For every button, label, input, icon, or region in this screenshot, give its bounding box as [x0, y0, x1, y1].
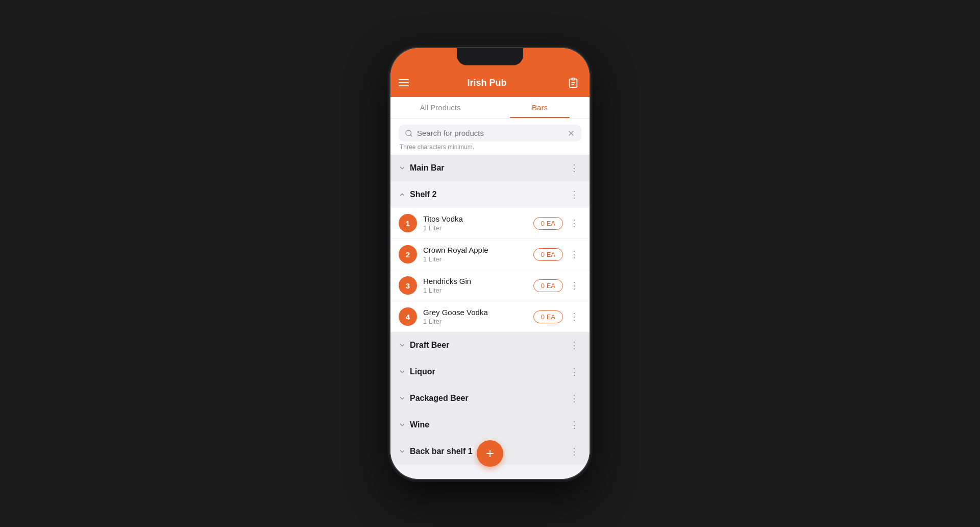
- product-info-3: Hendricks Gin 1 Liter: [423, 277, 527, 294]
- phone-frame: Irish Pub All Products Bars: [390, 48, 590, 479]
- section-wine-title: Wine: [410, 420, 429, 429]
- table-row: 1 Titos Vodka 1 Liter 0 EA ⋮: [390, 208, 590, 239]
- product-info-2: Crown Royal Apple 1 Liter: [423, 246, 527, 263]
- section-main-bar-title: Main Bar: [410, 163, 445, 173]
- qty-badge-1[interactable]: 0 EA: [533, 217, 563, 230]
- table-row: 2 Crown Royal Apple 1 Liter 0 EA ⋮: [390, 239, 590, 270]
- section-liquor-header[interactable]: Liquor ⋮: [390, 358, 590, 385]
- notch: [457, 48, 523, 65]
- search-input[interactable]: [417, 129, 563, 137]
- table-row: 4 Grey Goose Vodka 1 Liter 0 EA ⋮: [390, 301, 590, 332]
- product-number-1: 1: [399, 214, 417, 232]
- app-header: Irish Pub: [390, 70, 590, 97]
- qty-badge-4[interactable]: 0 EA: [533, 310, 563, 323]
- chevron-down-icon: [399, 368, 406, 375]
- product-number-4: 4: [399, 307, 417, 326]
- product-list-shelf-2: 1 Titos Vodka 1 Liter 0 EA ⋮ 2: [390, 208, 590, 332]
- product-number-3: 3: [399, 276, 417, 295]
- add-button[interactable]: +: [477, 440, 503, 467]
- product-number-2: 2: [399, 245, 417, 264]
- section-shelf-2: Shelf 2 ⋮ 1 Titos Vodka 1 Liter 0 EA: [390, 181, 590, 332]
- section-packaged-beer-title: Packaged Beer: [410, 394, 469, 403]
- product-size-3: 1 Liter: [423, 286, 527, 294]
- product-4-more[interactable]: ⋮: [567, 309, 581, 324]
- product-qty-1: 0 EA ⋮: [533, 216, 581, 230]
- menu-button[interactable]: [399, 79, 409, 86]
- svg-line-4: [410, 135, 412, 136]
- section-packaged-beer: Packaged Beer ⋮: [390, 385, 590, 412]
- section-wine-more[interactable]: ⋮: [567, 418, 581, 432]
- product-qty-3: 0 EA ⋮: [533, 278, 581, 293]
- svg-rect-0: [572, 78, 575, 80]
- tab-bar: All Products Bars: [390, 97, 590, 118]
- section-shelf-2-more[interactable]: ⋮: [567, 187, 581, 202]
- section-draft-beer-more[interactable]: ⋮: [567, 338, 581, 352]
- section-draft-beer: Draft Beer ⋮: [390, 332, 590, 358]
- product-size-4: 1 Liter: [423, 318, 527, 325]
- section-shelf-2-header[interactable]: Shelf 2 ⋮: [390, 181, 590, 208]
- section-draft-beer-title: Draft Beer: [410, 341, 449, 350]
- product-info-1: Titos Vodka 1 Liter: [423, 214, 527, 232]
- product-name-1: Titos Vodka: [423, 214, 527, 223]
- table-row: 3 Hendricks Gin 1 Liter 0 EA ⋮: [390, 270, 590, 301]
- tab-all-products[interactable]: All Products: [390, 97, 490, 118]
- section-liquor-more[interactable]: ⋮: [567, 365, 581, 379]
- search-box: [399, 125, 581, 141]
- qty-badge-2[interactable]: 0 EA: [533, 248, 563, 261]
- section-packaged-beer-more[interactable]: ⋮: [567, 391, 581, 405]
- product-name-4: Grey Goose Vodka: [423, 308, 527, 317]
- product-qty-4: 0 EA ⋮: [533, 309, 581, 324]
- section-draft-beer-header[interactable]: Draft Beer ⋮: [390, 332, 590, 358]
- product-size-1: 1 Liter: [423, 224, 527, 232]
- product-name-2: Crown Royal Apple: [423, 246, 527, 254]
- section-wine: Wine ⋮: [390, 412, 590, 438]
- product-1-more[interactable]: ⋮: [567, 216, 581, 230]
- product-qty-2: 0 EA ⋮: [533, 247, 581, 261]
- chevron-down-icon: [399, 342, 406, 349]
- product-3-more[interactable]: ⋮: [567, 278, 581, 293]
- product-name-3: Hendricks Gin: [423, 277, 527, 285]
- clipboard-button[interactable]: [565, 75, 581, 91]
- section-main-bar: Main Bar ⋮: [390, 155, 590, 181]
- section-wine-header[interactable]: Wine ⋮: [390, 412, 590, 438]
- product-2-more[interactable]: ⋮: [567, 247, 581, 261]
- chevron-up-icon: [399, 191, 406, 198]
- section-shelf-2-title: Shelf 2: [410, 190, 436, 199]
- search-icon: [405, 129, 413, 137]
- clear-search-icon[interactable]: [567, 129, 575, 137]
- chevron-down-icon: [399, 164, 406, 172]
- section-main-bar-more[interactable]: ⋮: [567, 161, 581, 175]
- section-liquor: Liquor ⋮: [390, 358, 590, 385]
- phone-screen: Irish Pub All Products Bars: [390, 48, 590, 479]
- product-info-4: Grey Goose Vodka 1 Liter: [423, 308, 527, 325]
- section-main-bar-header[interactable]: Main Bar ⋮: [390, 155, 590, 181]
- chevron-down-icon: [399, 421, 406, 428]
- chevron-down-icon: [399, 395, 406, 402]
- tab-bars[interactable]: Bars: [490, 97, 590, 118]
- content-list: Main Bar ⋮ Shelf 2 ⋮: [390, 155, 590, 479]
- app-title: Irish Pub: [467, 78, 506, 88]
- section-back-bar-shelf-1-more[interactable]: ⋮: [567, 444, 581, 459]
- section-packaged-beer-header[interactable]: Packaged Beer ⋮: [390, 385, 590, 412]
- section-back-bar-shelf-1-title: Back bar shelf 1: [410, 447, 473, 456]
- chevron-down-icon: [399, 448, 406, 455]
- section-liquor-title: Liquor: [410, 367, 435, 376]
- search-area: Three characters minimum.: [390, 118, 590, 155]
- search-hint: Three characters minimum.: [399, 141, 581, 151]
- qty-badge-3[interactable]: 0 EA: [533, 279, 563, 292]
- product-size-2: 1 Liter: [423, 255, 527, 263]
